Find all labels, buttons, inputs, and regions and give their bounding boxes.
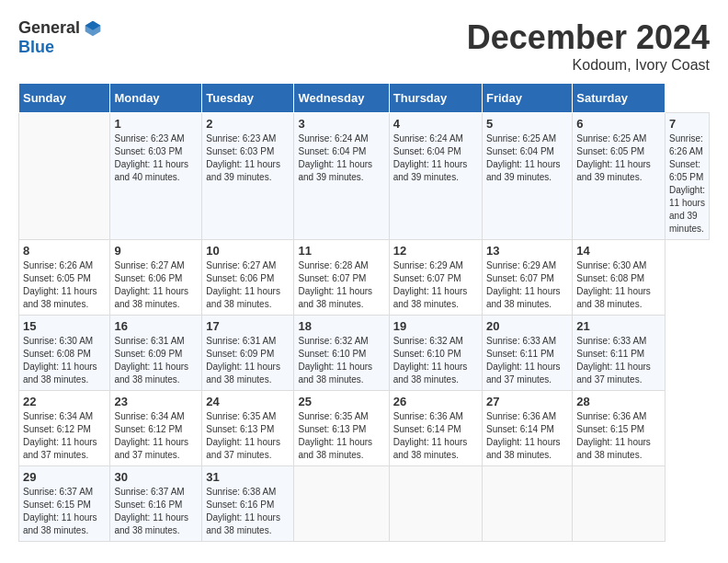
day-info: Sunrise: 6:24 AMSunset: 6:04 PMDaylight:… — [393, 132, 478, 184]
calendar-cell: 23Sunrise: 6:34 AMSunset: 6:12 PMDayligh… — [110, 391, 202, 466]
calendar-cell: 16Sunrise: 6:31 AMSunset: 6:09 PMDayligh… — [110, 316, 202, 391]
day-info: Sunrise: 6:27 AMSunset: 6:06 PMDaylight:… — [206, 259, 290, 311]
calendar-cell: 10Sunrise: 6:27 AMSunset: 6:06 PMDayligh… — [202, 240, 294, 316]
calendar-cell: 8Sunrise: 6:26 AMSunset: 6:05 PMDaylight… — [19, 240, 110, 316]
day-number: 6 — [576, 117, 661, 131]
day-number: 15 — [23, 319, 106, 333]
day-number: 27 — [486, 395, 568, 408]
calendar-cell: 13Sunrise: 6:29 AMSunset: 6:07 PMDayligh… — [482, 240, 572, 316]
day-info: Sunrise: 6:36 AMSunset: 6:15 PMDaylight:… — [576, 410, 661, 462]
day-number: 23 — [114, 395, 198, 408]
logo-blue-text: Blue — [18, 38, 54, 57]
calendar-cell: 17Sunrise: 6:31 AMSunset: 6:09 PMDayligh… — [202, 316, 294, 391]
calendar-cell: 20Sunrise: 6:33 AMSunset: 6:11 PMDayligh… — [482, 316, 572, 391]
day-number: 20 — [486, 319, 568, 333]
day-info: Sunrise: 6:26 AMSunset: 6:05 PMDaylight:… — [23, 259, 106, 311]
day-info: Sunrise: 6:33 AMSunset: 6:11 PMDaylight:… — [576, 335, 661, 386]
calendar-cell — [389, 466, 482, 542]
calendar-cell: 28Sunrise: 6:36 AMSunset: 6:15 PMDayligh… — [573, 391, 665, 466]
location-subtitle: Kodoum, Ivory Coast — [467, 57, 710, 74]
day-info: Sunrise: 6:33 AMSunset: 6:11 PMDaylight:… — [486, 335, 568, 386]
calendar-cell: 1Sunrise: 6:23 AMSunset: 6:03 PMDaylight… — [110, 113, 202, 240]
calendar-cell: 15Sunrise: 6:30 AMSunset: 6:08 PMDayligh… — [19, 316, 110, 391]
day-number: 26 — [393, 395, 478, 408]
calendar-cell: 7Sunrise: 6:26 AMSunset: 6:05 PMDaylight… — [665, 113, 710, 240]
logo: General Blue — [18, 18, 102, 57]
day-info: Sunrise: 6:23 AMSunset: 6:03 PMDaylight:… — [114, 132, 198, 184]
day-info: Sunrise: 6:37 AMSunset: 6:15 PMDaylight:… — [23, 486, 106, 537]
logo-icon — [84, 19, 102, 38]
day-number: 14 — [576, 244, 661, 258]
calendar-cell: 12Sunrise: 6:29 AMSunset: 6:07 PMDayligh… — [389, 240, 482, 316]
dow-header-thursday: Thursday — [389, 84, 482, 113]
calendar-cell: 4Sunrise: 6:24 AMSunset: 6:04 PMDaylight… — [389, 113, 482, 240]
day-info: Sunrise: 6:31 AMSunset: 6:09 PMDaylight:… — [114, 335, 198, 386]
day-info: Sunrise: 6:27 AMSunset: 6:06 PMDaylight:… — [114, 259, 198, 311]
calendar-cell: 22Sunrise: 6:34 AMSunset: 6:12 PMDayligh… — [19, 391, 110, 466]
calendar-cell: 26Sunrise: 6:36 AMSunset: 6:14 PMDayligh… — [389, 391, 482, 466]
day-info: Sunrise: 6:32 AMSunset: 6:10 PMDaylight:… — [393, 335, 478, 386]
day-number: 9 — [114, 244, 198, 258]
day-info: Sunrise: 6:36 AMSunset: 6:14 PMDaylight:… — [393, 410, 478, 462]
day-info: Sunrise: 6:34 AMSunset: 6:12 PMDaylight:… — [114, 410, 198, 462]
day-info: Sunrise: 6:35 AMSunset: 6:13 PMDaylight:… — [298, 410, 384, 462]
day-info: Sunrise: 6:30 AMSunset: 6:08 PMDaylight:… — [576, 259, 661, 311]
day-number: 21 — [576, 319, 661, 333]
day-number: 28 — [576, 395, 661, 408]
dow-header-tuesday: Tuesday — [202, 84, 294, 113]
logo-general-text: General — [18, 18, 80, 38]
day-info: Sunrise: 6:29 AMSunset: 6:07 PMDaylight:… — [393, 259, 478, 311]
calendar-cell — [19, 113, 110, 240]
calendar-cell: 30Sunrise: 6:37 AMSunset: 6:16 PMDayligh… — [110, 466, 202, 542]
calendar-cell: 18Sunrise: 6:32 AMSunset: 6:10 PMDayligh… — [294, 316, 389, 391]
calendar-cell: 27Sunrise: 6:36 AMSunset: 6:14 PMDayligh… — [482, 391, 572, 466]
calendar-cell: 11Sunrise: 6:28 AMSunset: 6:07 PMDayligh… — [294, 240, 389, 316]
day-info: Sunrise: 6:24 AMSunset: 6:04 PMDaylight:… — [298, 132, 384, 184]
calendar-cell: 31Sunrise: 6:38 AMSunset: 6:16 PMDayligh… — [202, 466, 294, 542]
calendar-cell: 9Sunrise: 6:27 AMSunset: 6:06 PMDaylight… — [110, 240, 202, 316]
calendar-table: SundayMondayTuesdayWednesdayThursdayFrid… — [18, 83, 710, 542]
day-number: 5 — [486, 117, 568, 131]
day-number: 7 — [669, 117, 705, 131]
dow-header-wednesday: Wednesday — [294, 84, 389, 113]
dow-header-friday: Friday — [482, 84, 572, 113]
calendar-cell: 24Sunrise: 6:35 AMSunset: 6:13 PMDayligh… — [202, 391, 294, 466]
calendar-cell — [482, 466, 572, 542]
calendar-cell: 14Sunrise: 6:30 AMSunset: 6:08 PMDayligh… — [573, 240, 665, 316]
day-number: 12 — [393, 244, 478, 258]
calendar-cell: 21Sunrise: 6:33 AMSunset: 6:11 PMDayligh… — [573, 316, 665, 391]
calendar-cell: 6Sunrise: 6:25 AMSunset: 6:05 PMDaylight… — [573, 113, 665, 240]
day-info: Sunrise: 6:37 AMSunset: 6:16 PMDaylight:… — [114, 486, 198, 537]
day-number: 17 — [206, 319, 290, 333]
dow-header-monday: Monday — [110, 84, 202, 113]
day-info: Sunrise: 6:25 AMSunset: 6:04 PMDaylight:… — [486, 132, 568, 184]
calendar-cell: 19Sunrise: 6:32 AMSunset: 6:10 PMDayligh… — [389, 316, 482, 391]
day-number: 31 — [206, 470, 290, 484]
day-number: 11 — [298, 244, 384, 258]
day-number: 3 — [298, 117, 384, 131]
calendar-cell: 29Sunrise: 6:37 AMSunset: 6:15 PMDayligh… — [19, 466, 110, 542]
dow-header-sunday: Sunday — [19, 84, 110, 113]
day-info: Sunrise: 6:23 AMSunset: 6:03 PMDaylight:… — [206, 132, 290, 184]
day-number: 18 — [298, 319, 384, 333]
day-number: 4 — [393, 117, 478, 131]
day-info: Sunrise: 6:30 AMSunset: 6:08 PMDaylight:… — [23, 335, 106, 386]
dow-header-saturday: Saturday — [573, 84, 665, 113]
title-area: December 2024 Kodoum, Ivory Coast — [467, 18, 710, 74]
month-title: December 2024 — [467, 18, 710, 57]
day-number: 30 — [114, 470, 198, 484]
day-info: Sunrise: 6:25 AMSunset: 6:05 PMDaylight:… — [576, 132, 661, 184]
day-number: 29 — [23, 470, 106, 484]
day-number: 25 — [298, 395, 384, 408]
day-info: Sunrise: 6:32 AMSunset: 6:10 PMDaylight:… — [298, 335, 384, 386]
page-header: General Blue December 2024 Kodoum, Ivory… — [18, 18, 710, 74]
day-info: Sunrise: 6:28 AMSunset: 6:07 PMDaylight:… — [298, 259, 384, 311]
calendar-cell: 3Sunrise: 6:24 AMSunset: 6:04 PMDaylight… — [294, 113, 389, 240]
day-number: 19 — [393, 319, 478, 333]
calendar-cell — [294, 466, 389, 542]
day-info: Sunrise: 6:26 AMSunset: 6:05 PMDaylight:… — [669, 132, 705, 236]
calendar-cell: 5Sunrise: 6:25 AMSunset: 6:04 PMDaylight… — [482, 113, 572, 240]
day-number: 2 — [206, 117, 290, 131]
calendar-cell — [573, 466, 665, 542]
day-info: Sunrise: 6:35 AMSunset: 6:13 PMDaylight:… — [206, 410, 290, 462]
